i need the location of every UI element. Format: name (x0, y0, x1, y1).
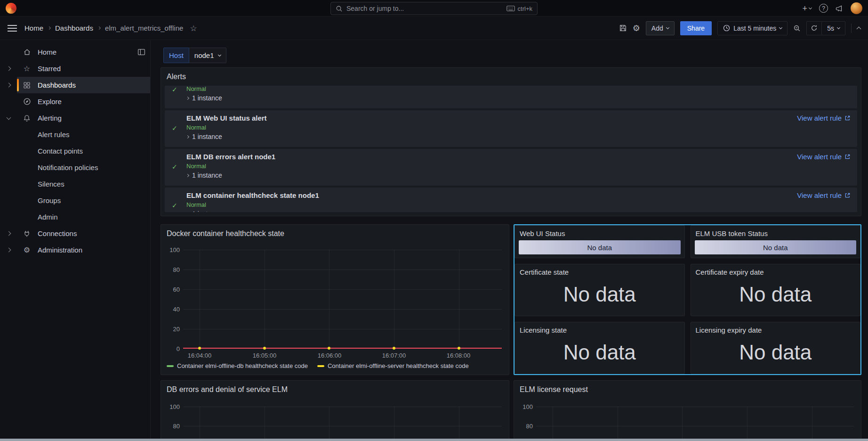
zoom-out-button[interactable] (793, 24, 801, 32)
chevron-down-icon[interactable] (6, 115, 11, 120)
dock-sidebar-icon[interactable] (137, 48, 145, 56)
data-point-marker (198, 347, 201, 350)
variable-label-host: Host (163, 48, 189, 63)
chart-legend: Container elmi-offline-db healthcheck st… (167, 362, 469, 369)
news-icon[interactable] (836, 5, 843, 12)
y-tick-label: 0 (161, 345, 180, 352)
collapse-toolbar-button[interactable] (857, 26, 860, 31)
add-button[interactable]: Add (646, 21, 675, 35)
sidebar-item-admin[interactable]: Admin (0, 209, 150, 225)
panel-title[interactable]: ELM license request (514, 381, 861, 394)
keyboard-icon (506, 6, 515, 11)
share-button[interactable]: Share (680, 21, 712, 35)
chevron-up-icon (857, 26, 861, 31)
time-range-picker[interactable]: Last 5 minutes (717, 21, 788, 35)
panel-title[interactable]: Alerts (161, 68, 861, 81)
view-alert-rule-link[interactable]: View alert rule (797, 114, 851, 122)
alert-instances-toggle[interactable]: 1 instance (186, 171, 851, 180)
alert-state: Normal (186, 123, 851, 132)
data-point-marker (393, 347, 395, 350)
legend-swatch (317, 365, 324, 367)
top-bar: Search or jump to... ctrl+k + ? (0, 0, 868, 16)
view-alert-rule-link[interactable]: View alert rule (797, 191, 851, 199)
stat-value: No data (515, 331, 684, 374)
legend-item[interactable]: Container elmi-offline-server healthchec… (317, 362, 469, 369)
home-icon (22, 48, 32, 56)
alert-title: ELM container healthcheck state node1 (186, 190, 851, 201)
legend-item[interactable]: Container elmi-offline-db healthcheck st… (167, 362, 308, 369)
clock-icon (723, 24, 730, 32)
panel-title[interactable]: Docker container healthcheck state (161, 225, 509, 238)
stat-panel-certificate-expiry: Certificate expiry date No data (691, 264, 861, 316)
search-input[interactable]: Search or jump to... ctrl+k (330, 2, 538, 15)
timeseries-panel-docker-healthcheck: Docker container healthcheck state 100 8… (161, 224, 509, 375)
dashboard-settings-button[interactable]: ⚙ (633, 24, 640, 33)
page-toolbar: Home Dashboards elm_alert_metrics_offlin… (0, 16, 868, 40)
gauge-bar: No data (695, 240, 857, 254)
plug-icon (22, 230, 32, 237)
chevron-right-icon[interactable] (6, 248, 11, 253)
refresh-interval-dropdown[interactable]: 5s (821, 22, 845, 35)
series-line (183, 348, 502, 349)
horizontal-scrollbar[interactable] (0, 439, 868, 441)
chart-plot-area (536, 407, 854, 441)
dashboard-canvas: Host node1 Alerts ✓ Normal 1 instance (151, 40, 868, 441)
alert-row: ✓ Normal 1 instance View alert rule (165, 86, 857, 108)
gear-icon: ⚙ (633, 24, 640, 33)
breadcrumb-home[interactable]: Home (24, 24, 43, 32)
check-icon: ✓ (172, 124, 177, 132)
variable-value-dropdown[interactable]: node1 (189, 48, 226, 63)
alert-instances-toggle[interactable]: 1 instance (186, 93, 851, 103)
panel-title[interactable]: DB errors and denial of service ELM (161, 381, 509, 394)
sidebar-item-home[interactable]: Home (0, 44, 150, 60)
sidebar-item-notification-policies[interactable]: Notification policies (0, 159, 150, 176)
alert-state: Normal (186, 86, 851, 93)
alert-instances-toggle[interactable]: 1 instance (186, 132, 851, 141)
alert-row: ✓ ELM Web UI status alert Normal 1 insta… (165, 110, 857, 147)
y-tick-label: 80 (161, 266, 180, 273)
y-tick-label: 60 (161, 286, 180, 293)
refresh-button[interactable] (807, 24, 821, 32)
chevron-right-icon[interactable] (6, 83, 11, 88)
stat-value: No data (691, 273, 860, 316)
sidebar-item-contact-points[interactable]: Contact points (0, 143, 150, 159)
breadcrumb-dashboards[interactable]: Dashboards (55, 24, 93, 32)
new-menu-button[interactable]: + (802, 4, 812, 13)
sidebar-item-alert-rules[interactable]: Alert rules (0, 126, 150, 143)
refresh-group: 5s (806, 21, 845, 35)
chevron-down-icon (809, 6, 812, 9)
y-tick-label: 100 (161, 403, 180, 410)
chart-plot-area (183, 407, 502, 441)
sidebar-item-explore[interactable]: Explore (0, 93, 150, 110)
chevron-right-icon[interactable] (6, 66, 11, 71)
user-avatar[interactable] (851, 2, 862, 14)
y-tick-label: 40 (161, 306, 180, 313)
variable-row: Host node1 (163, 48, 226, 63)
help-icon[interactable]: ? (819, 4, 828, 13)
alert-instances-toggle[interactable]: 1 instance (186, 209, 851, 212)
grafana-logo[interactable] (6, 3, 16, 14)
dashboards-icon (22, 82, 32, 89)
alert-state: Normal (186, 162, 851, 171)
stat-value: No data (691, 331, 860, 374)
y-tick-label: 100 (514, 403, 533, 410)
grafana-app: Search or jump to... ctrl+k + ? (0, 0, 868, 441)
view-alert-rule-link[interactable]: View alert rule (797, 153, 851, 161)
sidebar-item-alerting[interactable]: Alerting (0, 110, 150, 126)
favorite-star-icon[interactable]: ☆ (190, 24, 197, 33)
sidebar-item-starred[interactable]: ☆ Starred (0, 60, 150, 77)
sidebar-item-connections[interactable]: Connections (0, 225, 150, 242)
sidebar-item-dashboards[interactable]: Dashboards (0, 77, 150, 93)
alert-state: Normal (186, 201, 851, 209)
y-tick-label: 80 (514, 423, 533, 430)
menu-toggle-button[interactable] (8, 25, 17, 32)
alert-row: ✓ ELM container healthcheck state node1 … (165, 188, 857, 212)
sidebar-item-administration[interactable]: ⚙ Administration (0, 242, 150, 258)
chevron-right-icon[interactable] (6, 231, 11, 236)
save-dashboard-button[interactable] (619, 24, 627, 32)
sidebar-item-silences[interactable]: Silences (0, 176, 150, 192)
chevron-right-icon (48, 26, 51, 30)
sidebar-item-groups[interactable]: Groups (0, 192, 150, 209)
stat-panel-usb-token-status: ELM USB token Status No data (691, 225, 861, 258)
stat-panel-webui-status: Web UI Status No data (514, 225, 685, 258)
